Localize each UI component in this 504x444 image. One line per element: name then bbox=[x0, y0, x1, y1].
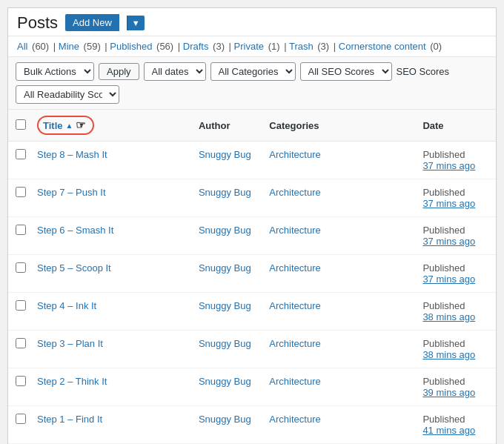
apply-button[interactable]: Apply bbox=[99, 63, 139, 80]
post-title-link[interactable]: Step 5 – Scoop It bbox=[37, 262, 111, 274]
all-categories-select[interactable]: All Categories bbox=[210, 62, 296, 81]
add-new-button[interactable]: Add New bbox=[65, 14, 119, 31]
select-all-checkbox[interactable] bbox=[16, 119, 26, 130]
date-column-header: Date bbox=[415, 110, 496, 142]
tab-trash[interactable]: Trash (3) bbox=[289, 41, 331, 52]
row-author-cell: Snuggy Bug bbox=[191, 179, 262, 217]
row-date-cell: Published 37 mins ago bbox=[415, 179, 496, 217]
row-date-cell: Published 38 mins ago bbox=[415, 293, 496, 331]
author-link[interactable]: Snuggy Bug bbox=[199, 376, 251, 387]
date-status: Published bbox=[422, 414, 465, 425]
row-checkbox[interactable] bbox=[16, 225, 26, 235]
category-link[interactable]: Architecture bbox=[269, 414, 320, 425]
row-seo-cell bbox=[348, 406, 415, 444]
author-link[interactable]: Snuggy Bug bbox=[199, 149, 251, 160]
category-link[interactable]: Architecture bbox=[269, 262, 320, 274]
row-seo-cell bbox=[348, 255, 415, 293]
row-categories-cell: Architecture bbox=[262, 142, 348, 179]
date-time: 37 mins ago bbox=[422, 198, 488, 209]
row-author-cell: Snuggy Bug bbox=[191, 293, 262, 331]
row-checkbox[interactable] bbox=[16, 262, 26, 273]
post-title-link[interactable]: Step 8 – Mash It bbox=[37, 149, 107, 160]
row-checkbox[interactable] bbox=[16, 338, 26, 348]
row-author-cell: Snuggy Bug bbox=[191, 217, 262, 255]
date-time: 41 mins ago bbox=[422, 425, 488, 436]
category-link[interactable]: Architecture bbox=[269, 225, 320, 236]
date-status: Published bbox=[422, 149, 465, 160]
all-dates-select[interactable]: All dates bbox=[144, 62, 206, 81]
category-link[interactable]: Architecture bbox=[269, 187, 320, 198]
row-checkbox-cell bbox=[8, 293, 30, 331]
bulk-actions-select[interactable]: Bulk Actions bbox=[16, 62, 94, 81]
tab-cornerstone[interactable]: Cornerstone content (0) bbox=[339, 41, 443, 52]
category-link[interactable]: Architecture bbox=[269, 300, 320, 311]
author-link[interactable]: Snuggy Bug bbox=[199, 262, 251, 274]
row-author-cell: Snuggy Bug bbox=[191, 331, 262, 368]
table-row: Step 6 – Smash It Snuggy Bug Architectur… bbox=[8, 217, 496, 255]
row-checkbox[interactable] bbox=[16, 376, 26, 386]
post-title-link[interactable]: Step 4 – Ink It bbox=[37, 300, 96, 311]
post-title-link[interactable]: Step 6 – Smash It bbox=[37, 225, 113, 236]
row-checkbox[interactable] bbox=[16, 414, 26, 424]
row-seo-cell bbox=[348, 179, 415, 217]
row-checkbox-cell bbox=[8, 142, 30, 179]
post-title-link[interactable]: Step 2 – Think It bbox=[37, 376, 107, 387]
tab-drafts[interactable]: Drafts (3) bbox=[183, 41, 226, 52]
all-readability-select[interactable]: All Readability Sco… bbox=[16, 85, 119, 104]
row-date-cell: Published 37 mins ago bbox=[415, 142, 496, 179]
date-status: Published bbox=[422, 262, 465, 274]
date-status: Published bbox=[422, 376, 465, 387]
date-time: 38 mins ago bbox=[422, 349, 488, 360]
select-all-col bbox=[8, 110, 30, 142]
date-status: Published bbox=[422, 338, 465, 349]
row-date-cell: Published 37 mins ago bbox=[415, 255, 496, 293]
row-checkbox[interactable] bbox=[16, 300, 26, 311]
row-title-cell: Step 2 – Think It bbox=[30, 368, 191, 406]
row-author-cell: Snuggy Bug bbox=[191, 142, 262, 179]
author-link[interactable]: Snuggy Bug bbox=[199, 338, 251, 349]
tab-mine[interactable]: Mine (59) bbox=[59, 41, 102, 52]
row-seo-cell bbox=[348, 331, 415, 368]
all-seo-select[interactable]: All SEO Scores bbox=[300, 62, 392, 81]
row-categories-cell: Architecture bbox=[262, 179, 348, 217]
table-header-row: Title ▲ ☞ Author Categories Date bbox=[8, 110, 496, 142]
row-checkbox[interactable] bbox=[16, 187, 26, 197]
author-link[interactable]: Snuggy Bug bbox=[199, 414, 251, 425]
author-link[interactable]: Snuggy Bug bbox=[199, 225, 251, 236]
row-checkbox[interactable] bbox=[16, 149, 26, 159]
author-link[interactable]: Snuggy Bug bbox=[199, 187, 251, 198]
title-column-header: Title ▲ ☞ bbox=[30, 110, 191, 142]
row-checkbox-cell bbox=[8, 179, 30, 217]
tab-private[interactable]: Private (1) bbox=[234, 41, 282, 52]
category-link[interactable]: Architecture bbox=[269, 376, 320, 387]
table-row: Step 5 – Scoop It Snuggy Bug Architectur… bbox=[8, 255, 496, 293]
row-categories-cell: Architecture bbox=[262, 255, 348, 293]
author-link[interactable]: Snuggy Bug bbox=[199, 300, 251, 311]
row-title-cell: Step 6 – Smash It bbox=[30, 217, 191, 255]
table-row: Step 7 – Push It Snuggy Bug Architecture… bbox=[8, 179, 496, 217]
row-title-cell: Step 4 – Ink It bbox=[30, 293, 191, 331]
table-row: Step 1 – Find It Snuggy Bug Architecture… bbox=[8, 406, 496, 444]
row-title-cell: Step 3 – Plan It bbox=[30, 331, 191, 368]
date-time: 37 mins ago bbox=[422, 160, 488, 171]
add-new-dropdown-button[interactable]: ▼ bbox=[127, 16, 145, 30]
post-status-tabs: All (60) | Mine (59) | Published (56) | … bbox=[8, 36, 496, 57]
post-title-link[interactable]: Step 7 – Push It bbox=[37, 187, 106, 198]
row-checkbox-cell bbox=[8, 217, 30, 255]
table-row: Step 3 – Plan It Snuggy Bug Architecture… bbox=[8, 331, 496, 368]
category-link[interactable]: Architecture bbox=[269, 338, 320, 349]
date-time: 37 mins ago bbox=[422, 274, 488, 285]
posts-table: Title ▲ ☞ Author Categories Date Step 8 … bbox=[8, 110, 496, 444]
row-author-cell: Snuggy Bug bbox=[191, 406, 262, 444]
title-sort-link[interactable]: Title bbox=[43, 120, 63, 131]
post-title-link[interactable]: Step 1 – Find It bbox=[37, 414, 102, 425]
page-title: Posts bbox=[17, 15, 58, 31]
category-link[interactable]: Architecture bbox=[269, 149, 320, 160]
post-title-link[interactable]: Step 3 – Plan It bbox=[37, 338, 103, 349]
row-title-cell: Step 7 – Push It bbox=[30, 179, 191, 217]
author-column-header: Author bbox=[191, 110, 262, 142]
date-status: Published bbox=[422, 187, 465, 198]
row-date-cell: Published 39 mins ago bbox=[415, 368, 496, 406]
tab-published[interactable]: Published (56) bbox=[110, 41, 175, 52]
tab-all[interactable]: All (60) bbox=[17, 41, 50, 52]
